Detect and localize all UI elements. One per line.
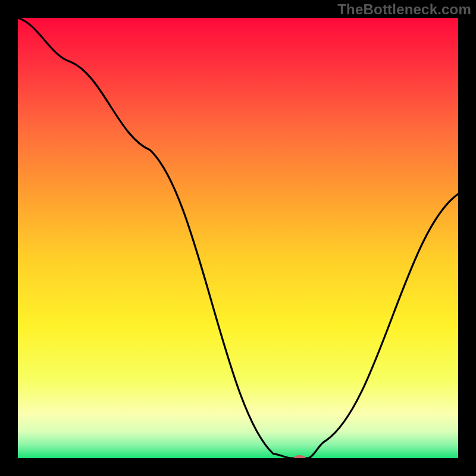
chart-background — [18, 18, 458, 458]
chart-svg — [18, 18, 458, 458]
plot-area — [18, 18, 458, 458]
watermark-label: TheBottleneck.com — [337, 1, 471, 18]
chart-container: TheBottleneck.com — [0, 0, 476, 476]
